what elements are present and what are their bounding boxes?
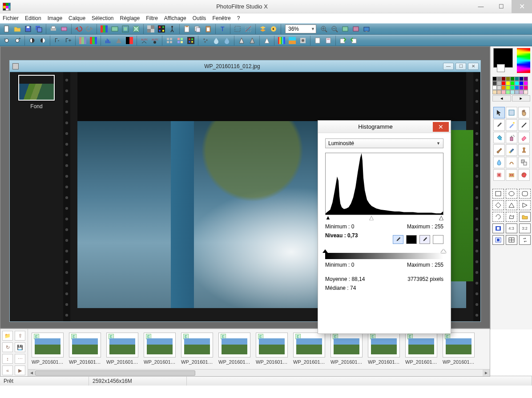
clipboard-paste-icon[interactable] [203, 24, 213, 34]
gradient-icon[interactable] [277, 36, 286, 45]
swatch-next-button[interactable]: ► [512, 95, 531, 102]
layers-icon[interactable] [258, 24, 268, 34]
shape-lasso[interactable] [492, 212, 504, 222]
walk-icon[interactable] [167, 24, 177, 34]
smudge-tool[interactable] [506, 157, 517, 168]
gamma-plus-icon[interactable]: Γ+ [63, 36, 73, 45]
sharpen-icon[interactable] [237, 36, 246, 45]
photomask-icon[interactable] [298, 36, 308, 45]
color-swatch[interactable] [519, 81, 524, 85]
color-swatch[interactable] [501, 77, 506, 81]
zoom-100-icon[interactable] [351, 24, 361, 34]
explorer-filter-icon[interactable]: ⋯ [15, 354, 25, 364]
color-swatch[interactable] [492, 81, 497, 85]
doc-close-button[interactable]: ✕ [468, 63, 479, 70]
color-swatch[interactable] [515, 77, 519, 81]
heal-tool[interactable] [493, 169, 505, 181]
histogram-icon[interactable] [103, 36, 113, 45]
pointer-tool[interactable] [493, 107, 505, 118]
shape-invert[interactable] [492, 223, 504, 233]
explorer-up-icon[interactable]: ⇧ [15, 331, 25, 341]
hist-min-marker[interactable]: ▲ [325, 214, 331, 221]
grayscale-icon[interactable] [125, 36, 134, 45]
text-icon[interactable]: T [218, 24, 228, 34]
relief-icon[interactable] [262, 36, 272, 45]
histogram-channel-combo[interactable]: Luminosité ▼ [325, 138, 443, 148]
explorer-thumb[interactable]: WP_2016011... [32, 333, 64, 365]
explorer-refresh-icon[interactable]: ↻ [2, 342, 13, 352]
explorer-thumb[interactable]: WP_2016011... [69, 333, 102, 365]
menu-fenetre[interactable]: Fenêtre [212, 15, 230, 21]
gradient2-icon[interactable] [287, 36, 297, 45]
shape-open-folder[interactable] [519, 212, 531, 222]
color-swatch[interactable] [492, 90, 497, 94]
brush-tool[interactable] [493, 144, 505, 156]
color-swatch[interactable] [492, 77, 497, 81]
eyedropper-white-button[interactable] [419, 235, 430, 244]
explorer-prev-folder-icon[interactable]: 📁 [2, 331, 13, 341]
grid4b-icon[interactable] [175, 36, 185, 45]
contrast-minus-icon[interactable] [27, 36, 37, 45]
color-swatch[interactable] [510, 85, 515, 90]
sel-none-icon[interactable] [243, 24, 253, 34]
dust-icon[interactable] [201, 36, 210, 45]
scan-icon[interactable] [59, 24, 69, 34]
save-icon[interactable] [23, 24, 33, 34]
saturation-plus-icon[interactable] [89, 36, 98, 45]
shape-ellipse[interactable] [506, 189, 517, 199]
color-swatches[interactable] [492, 77, 530, 94]
color-swatch[interactable] [515, 90, 519, 94]
saturation-minus-icon[interactable] [78, 36, 88, 45]
eyedropper-tool[interactable] [493, 119, 505, 131]
sel-all-icon[interactable] [233, 24, 242, 34]
stamp-tool[interactable] [518, 144, 530, 156]
color-swatch[interactable] [497, 81, 501, 85]
shape-triangle-right[interactable] [519, 200, 531, 210]
redeye-tool[interactable] [506, 169, 517, 181]
spray-tool[interactable] [506, 132, 517, 143]
shape-rounded[interactable] [519, 189, 531, 199]
hand-tool[interactable] [518, 107, 530, 118]
menu-calque[interactable]: Calque [69, 15, 85, 21]
menu-filtre[interactable]: Filtre [146, 15, 158, 21]
art-tool[interactable] [518, 169, 530, 181]
menu-selection[interactable]: Sélection [92, 15, 113, 21]
auto-contrast-icon[interactable]: AUTO [150, 36, 160, 45]
minimize-button[interactable]: — [471, 0, 491, 13]
color-spectrum[interactable] [517, 48, 530, 73]
doc-maximize-button[interactable]: ☐ [455, 63, 466, 70]
color-swatch[interactable] [506, 81, 510, 85]
histogram-close-button[interactable]: ✕ [433, 122, 449, 132]
explorer-thumb[interactable]: WP_2016011... [144, 333, 177, 365]
color-swatch[interactable] [515, 81, 519, 85]
auto-icon[interactable]: ✦ [269, 24, 278, 34]
blur-icon[interactable] [211, 36, 221, 45]
grid4-icon[interactable] [165, 36, 174, 45]
rgb-icon[interactable] [99, 24, 109, 34]
magic-wand-tool[interactable] [506, 119, 517, 131]
color-swatch[interactable] [519, 77, 524, 81]
menu-help[interactable]: ? [237, 15, 240, 21]
module1-icon[interactable] [313, 36, 322, 45]
hist-mid-marker[interactable]: △ [369, 214, 374, 221]
explorer-thumb[interactable]: WP_2016011... [443, 333, 476, 365]
shape-polygon[interactable] [506, 212, 517, 222]
zoom-in-icon[interactable] [319, 24, 329, 34]
menu-fichier[interactable]: Fichier [3, 15, 19, 21]
menu-reglage[interactable]: Réglage [120, 15, 140, 21]
shape-centered[interactable] [492, 235, 504, 245]
color-swatch[interactable] [506, 90, 510, 94]
channels-icon[interactable] [157, 24, 166, 34]
menu-edition[interactable]: Edition [25, 15, 41, 21]
blur2-icon[interactable] [222, 36, 232, 45]
eyedropper-black-button[interactable] [393, 235, 403, 244]
color-swatch[interactable] [524, 85, 528, 90]
layer-thumbnail[interactable] [18, 75, 55, 101]
histogram-gradient[interactable] [325, 253, 443, 259]
color-swatch[interactable] [506, 77, 510, 81]
scroll-right-icon[interactable]: ▸ [483, 370, 490, 376]
shape-ratio32[interactable]: 3:2 [519, 223, 531, 233]
sharpen2-icon[interactable] [247, 36, 257, 45]
explorer-thumb[interactable]: WP_2016011... [181, 333, 214, 365]
color-swatch[interactable] [497, 77, 501, 81]
